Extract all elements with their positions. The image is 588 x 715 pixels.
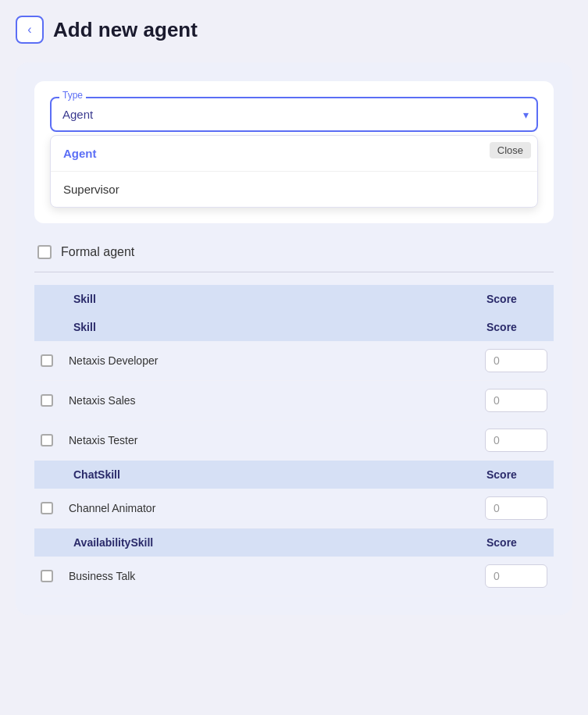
skill-score-cell	[476, 489, 554, 528]
close-dropdown-button[interactable]: Close	[490, 142, 531, 158]
type-dropdown-menu: Close Agent Supervisor	[50, 135, 538, 208]
dropdown-item-agent[interactable]: Agent	[51, 136, 537, 171]
type-label: Type	[59, 90, 86, 101]
table-row: Netaxis Tester	[34, 421, 554, 461]
score-input[interactable]	[485, 429, 547, 452]
score-col-header: Score	[476, 285, 554, 313]
skill-group-score-header: Score	[476, 461, 554, 489]
skill-checkbox[interactable]	[41, 434, 53, 446]
type-form-section: Type Agent Supervisor ▾ Close Agent Supe…	[34, 81, 554, 223]
formal-agent-checkbox[interactable]	[37, 245, 52, 259]
skill-group-name: Skill	[62, 313, 476, 341]
skill-name: Netaxis Tester	[62, 421, 476, 461]
score-input[interactable]	[485, 564, 547, 588]
skills-table: Skill Score Skill Score Netaxis Develope…	[34, 285, 554, 596]
page-header: ‹ Add new agent	[16, 16, 572, 44]
skill-checkbox[interactable]	[41, 394, 53, 407]
skill-score-cell	[476, 341, 554, 381]
skill-checkbox-cell	[34, 421, 62, 461]
skill-group-header: Skill Score	[34, 313, 554, 341]
skill-checkbox[interactable]	[41, 354, 53, 367]
skill-group-name: ChatSkill	[62, 461, 476, 489]
skill-checkbox-cell	[34, 557, 62, 596]
table-row: Business Talk	[34, 557, 554, 596]
back-icon: ‹	[27, 23, 31, 37]
skill-score-cell	[476, 557, 554, 596]
skill-checkbox-cell	[34, 341, 62, 381]
skill-score-cell	[476, 421, 554, 461]
score-input[interactable]	[485, 349, 547, 372]
type-field: Type Agent Supervisor ▾	[50, 97, 538, 132]
skill-group-score-header: Score	[476, 313, 554, 341]
score-input[interactable]	[485, 496, 547, 520]
formal-agent-label: Formal agent	[61, 245, 134, 259]
skill-name: Netaxis Developer	[62, 341, 476, 381]
skill-group-header: ChatSkill Score	[34, 461, 554, 489]
table-row: Channel Animator	[34, 489, 554, 528]
skills-table-header: Skill Score	[34, 285, 554, 313]
skill-checkbox-cell	[34, 381, 62, 421]
dropdown-item-supervisor[interactable]: Supervisor	[51, 172, 537, 207]
page-title: Add new agent	[53, 18, 198, 42]
skill-group-header: AvailabilitySkill Score	[34, 528, 554, 557]
score-input[interactable]	[485, 389, 547, 412]
main-card: Type Agent Supervisor ▾ Close Agent Supe…	[16, 62, 572, 615]
skill-score-cell	[476, 381, 554, 421]
back-button[interactable]: ‹	[16, 16, 44, 44]
skill-name: Netaxis Sales	[62, 381, 476, 421]
skill-checkbox[interactable]	[41, 570, 53, 582]
skill-col-header: Skill	[62, 285, 476, 313]
skill-checkbox[interactable]	[41, 502, 53, 514]
section-divider	[34, 272, 554, 272]
type-select[interactable]: Agent Supervisor	[50, 97, 538, 132]
table-row: Netaxis Developer	[34, 341, 554, 381]
table-row: Netaxis Sales	[34, 381, 554, 421]
skill-checkbox-cell	[34, 489, 62, 528]
skill-name: Channel Animator	[62, 489, 476, 528]
formal-agent-row: Formal agent	[34, 236, 554, 269]
skill-name: Business Talk	[62, 557, 476, 596]
skill-group-score-header: Score	[476, 528, 554, 557]
skill-group-name: AvailabilitySkill	[62, 528, 476, 557]
